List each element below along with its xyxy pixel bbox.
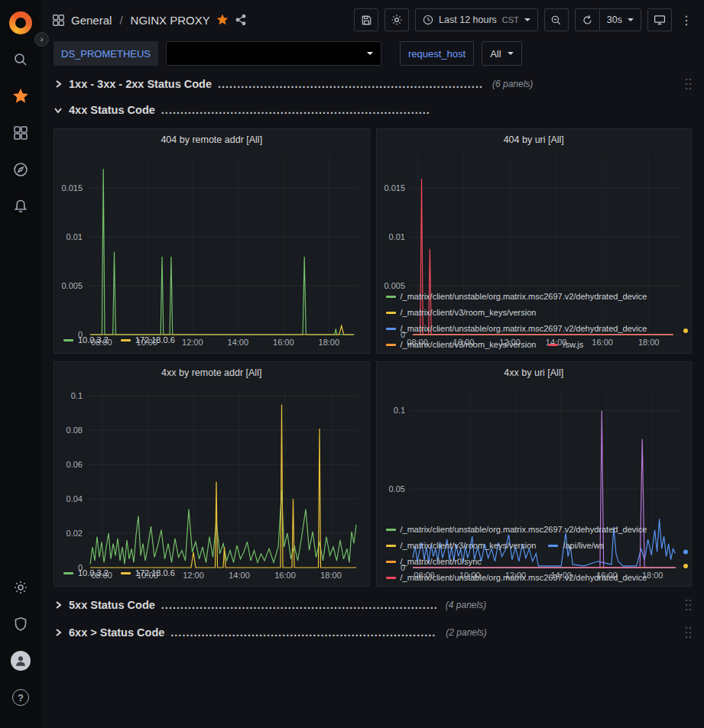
chevron-down-icon [524, 18, 530, 21]
save-icon [361, 15, 372, 26]
legend-label: /_matrix/client/r0/sync [401, 554, 482, 570]
legend-swatch [121, 339, 131, 341]
row-1xx-3xx-2xx[interactable]: 1xx - 3xx - 2xx Status Code ............… [54, 73, 692, 95]
legend-swatch [386, 545, 396, 547]
legend-item[interactable]: /api/live/ws [548, 538, 604, 554]
row-panel-count: (2 panels) [446, 627, 486, 638]
svg-text:0.005: 0.005 [61, 281, 83, 290]
gear-icon [13, 580, 28, 595]
sidebar-item-profile[interactable] [5, 645, 36, 676]
refresh-interval-dropdown[interactable]: 30s [599, 8, 641, 31]
cycle-view-mode-button[interactable] [647, 8, 672, 31]
kebab-icon: ⋮ [680, 13, 693, 28]
legend-swatch [121, 572, 131, 574]
dashboard-body: 1xx - 3xx - 2xx Status Code ............… [41, 67, 704, 728]
panel-title[interactable]: 4xx by remote addr [All] [54, 362, 369, 380]
row-panel-count: (4 panels) [446, 600, 486, 610]
legend-item[interactable]: /sw.js [548, 337, 583, 353]
search-icon [13, 52, 28, 67]
panel-legend: /_matrix/client/unstable/org.matrix.msc2… [377, 520, 692, 586]
row-6xx[interactable]: 6xx > Status Code ......................… [54, 622, 692, 643]
panel-title[interactable]: 404 by remote addr [All] [54, 129, 369, 147]
expand-sidebar-button[interactable]: › [34, 32, 49, 47]
legend-item[interactable]: 172.18.0.6 [121, 332, 175, 348]
row-title: 5xx Status Code [69, 599, 155, 611]
legend-label: /_matrix/client/unstable/org.matrix.msc2… [401, 570, 647, 586]
legend-label: /_matrix/client/v3/room_keys/version [401, 305, 537, 321]
refresh-icon [582, 15, 593, 26]
topbar: General / NGINX PROXY [41, 0, 704, 40]
legend-label: 172.18.0.6 [135, 565, 175, 581]
legend-swatch [63, 339, 73, 341]
legend-item[interactable]: /_matrix/client/v3/room_keys/version [386, 538, 537, 554]
grafana-logo[interactable] [5, 8, 36, 38]
legend-swatch [386, 561, 396, 563]
time-range-picker[interactable]: Last 12 hours CST [415, 8, 538, 31]
sidebar: ? [0, 0, 41, 728]
chart-area[interactable]: 00.0050.010.01508:0010:0012:0014:0016:00… [54, 147, 369, 331]
legend-swatch [386, 529, 396, 531]
request-host-select[interactable]: All [482, 41, 521, 66]
legend-item[interactable]: /_matrix/client/unstable/org.matrix.msc2… [386, 321, 647, 337]
drag-handle-icon[interactable] [684, 77, 692, 91]
shield-icon [13, 616, 28, 632]
row-4xx[interactable]: 4xx Status Code ........................… [54, 99, 692, 121]
apps-icon[interactable] [52, 14, 65, 27]
drag-handle-icon[interactable] [684, 626, 692, 639]
panel-legend: /_matrix/client/unstable/org.matrix.msc2… [377, 287, 692, 353]
chart-area[interactable]: 00.020.040.060.080.108:0010:0012:0014:00… [54, 380, 369, 564]
chevron-right-icon [54, 628, 63, 637]
refresh-button[interactable] [575, 8, 599, 31]
chevron-down-icon [628, 18, 634, 21]
monitor-icon [654, 14, 666, 26]
sidebar-item-configuration[interactable] [5, 572, 36, 603]
legend-label: /_matrix/client/v3/room_keys/version [401, 538, 537, 554]
breadcrumb-section[interactable]: General [71, 14, 112, 27]
row-5xx[interactable]: 5xx Status Code ........................… [54, 594, 692, 616]
legend-item[interactable]: 10.0.3.2 [63, 332, 109, 348]
breadcrumb-separator: / [118, 14, 124, 27]
legend-item[interactable]: 10.0.3.2 [63, 565, 109, 581]
more-options-button[interactable]: ⋮ [678, 8, 695, 31]
legend-item[interactable]: /_matrix/client/v3/room_keys/version [386, 305, 537, 321]
legend-item[interactable]: /_matrix/client/unstable/org.matrix.msc2… [386, 522, 647, 538]
panel-title[interactable]: 4xx by uri [All] [377, 362, 692, 380]
svg-text:0.015: 0.015 [384, 183, 405, 193]
refresh-group: 30s [575, 8, 641, 31]
chevron-right-icon [54, 79, 63, 89]
legend-item[interactable]: /_matrix/client/v3/room_keys/version [386, 337, 537, 353]
sidebar-item-help[interactable]: ? [5, 682, 36, 713]
legend-item[interactable]: /_matrix/client/r0/sync [386, 554, 482, 570]
datasource-select[interactable] [166, 41, 381, 66]
legend-item[interactable]: /_matrix/client/unstable/org.matrix.msc2… [386, 289, 647, 305]
sidebar-item-search[interactable] [5, 44, 36, 75]
sidebar-item-server-admin[interactable] [5, 609, 36, 639]
zoom-out-button[interactable] [544, 8, 569, 31]
share-icon[interactable] [235, 14, 247, 26]
sidebar-item-alerting[interactable] [5, 191, 36, 222]
dashboard-title[interactable]: NGINX PROXY [131, 14, 210, 27]
chevron-down-icon [508, 52, 514, 55]
datasource-variable-label[interactable]: DS_PROMETHEUS [54, 41, 158, 66]
chevron-right-icon [54, 600, 63, 610]
legend-label: /_matrix/client/v3/room_keys/version [401, 337, 537, 353]
sidebar-item-explore[interactable] [5, 154, 36, 185]
legend-swatch [386, 312, 396, 314]
save-dashboard-button[interactable] [354, 8, 378, 31]
favorite-star-icon[interactable] [216, 14, 229, 26]
chart-area[interactable]: 00.0050.010.01508:0010:0012:0014:0016:00… [377, 147, 692, 287]
panel-title[interactable]: 404 by uri [All] [377, 129, 692, 147]
drag-handle-icon[interactable] [684, 598, 692, 612]
chart-area[interactable]: 00.050.108:0010:0012:0014:0016:0018:00 [377, 380, 692, 520]
legend-item[interactable]: 172.18.0.6 [121, 565, 175, 581]
sidebar-item-dashboards[interactable] [5, 118, 36, 148]
row-panel-count: (6 panels) [492, 79, 533, 89]
chevron-down-icon [367, 52, 373, 55]
avatar [11, 651, 31, 671]
dashboard-settings-button[interactable] [384, 8, 409, 31]
request-host-variable-label[interactable]: request_host [400, 41, 474, 66]
legend-item[interactable]: /_matrix/client/unstable/org.matrix.msc2… [386, 570, 647, 586]
chart-canvas[interactable]: 00.020.040.060.080.108:0010:0012:0014:00… [56, 381, 371, 581]
chart-canvas[interactable]: 00.0050.010.01508:0010:0012:0014:0016:00… [56, 148, 371, 348]
sidebar-item-starred[interactable] [5, 81, 36, 112]
